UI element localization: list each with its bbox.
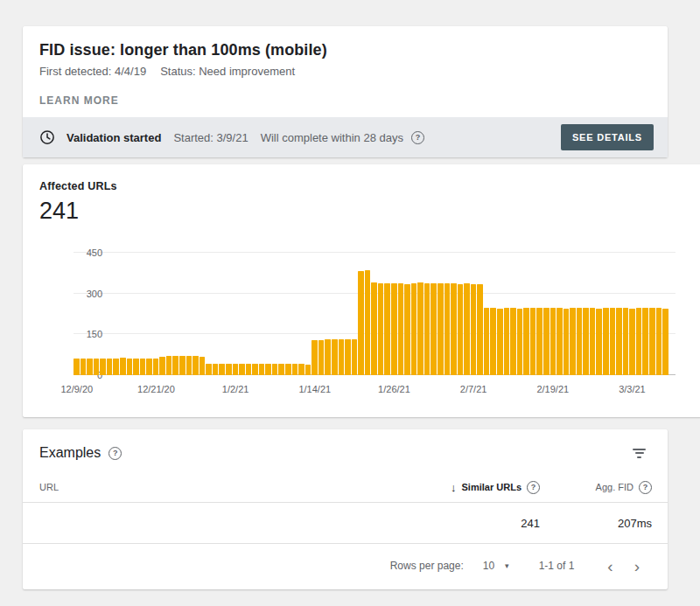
chart-bar[interactable] [378,283,384,375]
chart-bar[interactable] [226,364,232,375]
chart-bar[interactable] [471,284,477,375]
help-icon[interactable]: ? [108,447,122,460]
chart-bar[interactable] [312,340,318,375]
chart-bar[interactable] [556,308,563,375]
chart-bar[interactable] [504,308,510,375]
chart-bar[interactable] [246,364,252,375]
chart-bar[interactable] [233,364,239,375]
chart-bar[interactable] [74,359,80,375]
chart-bar[interactable] [186,356,192,375]
chart-bar[interactable] [272,364,278,375]
chevron-down-icon[interactable]: ▾ [505,561,509,570]
chart-bar[interactable] [490,308,496,375]
chart-bar[interactable] [213,364,219,375]
help-icon[interactable]: ? [639,481,652,494]
chart-bar[interactable] [656,308,662,375]
chart-bar[interactable] [179,356,186,375]
chart-bar[interactable] [298,364,304,375]
chart-bar[interactable] [530,308,536,375]
chart-bar[interactable] [384,283,390,375]
chart-bar[interactable] [285,364,291,375]
rows-per-page-value[interactable]: 10 [483,560,494,572]
filter-icon[interactable] [630,446,648,461]
column-header-similar-urls[interactable]: ↓ Similar URLs ? [407,481,540,494]
chart-bar[interactable] [391,283,397,375]
chart-bar[interactable] [339,339,345,375]
chart-bar[interactable] [477,284,483,375]
chart-bar[interactable] [464,283,470,375]
chart-bar[interactable] [510,308,516,375]
chart-bar[interactable] [278,364,284,375]
chart-bar[interactable] [444,283,451,375]
chart-bar[interactable] [543,308,550,375]
chart-bar[interactable] [365,270,371,375]
chart-bar[interactable] [596,309,602,375]
chart-bar[interactable] [192,356,199,375]
column-header-agg-fid[interactable]: Agg. FID ? [540,481,652,494]
chart-bar[interactable] [140,359,146,375]
previous-page-button[interactable]: ‹ [600,558,620,575]
chart-bar[interactable] [166,356,172,375]
chart-bar[interactable] [80,359,87,375]
chart-bar[interactable] [87,359,93,375]
chart-bar[interactable] [318,340,325,375]
learn-more-link[interactable]: LEARN MORE [39,94,119,117]
chart-bar[interactable] [577,308,583,375]
chart-bar[interactable] [517,309,523,375]
chart-bar[interactable] [159,357,165,375]
chart-bar[interactable] [252,364,258,375]
chart-bar[interactable] [292,364,298,375]
chart-bar[interactable] [438,283,444,375]
see-details-button[interactable]: SEE DETAILS [561,124,654,150]
chart-bar[interactable] [239,364,245,375]
help-icon[interactable]: ? [527,481,540,494]
chart-bar[interactable] [590,308,596,375]
chart-bar[interactable] [458,284,464,375]
chart-bar[interactable] [107,359,113,375]
chart-bar[interactable] [484,308,490,375]
chart-bar[interactable] [206,364,212,375]
chart-bar[interactable] [398,283,404,375]
chart-bar[interactable] [172,356,178,375]
chart-bar[interactable] [603,308,609,375]
chart-bar[interactable] [146,359,152,375]
chart-bar[interactable] [219,364,225,375]
chart-bar[interactable] [94,359,100,375]
chart-bar[interactable] [345,339,351,375]
chart-bar[interactable] [623,308,629,375]
chart-bar[interactable] [642,308,648,375]
chart-bar[interactable] [424,283,430,375]
chart-bar[interactable] [153,359,159,375]
chart-bar[interactable] [536,308,542,375]
chart-bar[interactable] [564,309,570,375]
chart-bar[interactable] [636,308,642,375]
chart-bar[interactable] [133,359,139,375]
chart-bar[interactable] [100,359,106,375]
chart-bar[interactable] [358,271,364,375]
chart-bar[interactable] [411,283,417,375]
chart-bar[interactable] [523,308,529,375]
chart-bar[interactable] [352,339,358,375]
chart-bar[interactable] [120,358,126,375]
chart-bar[interactable] [417,282,424,375]
chart-bar[interactable] [259,364,265,375]
chart-bar[interactable] [200,357,206,375]
chart-bar[interactable] [371,282,377,375]
help-icon[interactable]: ? [411,131,424,144]
chart-bar[interactable] [404,284,410,375]
chart-bar[interactable] [325,339,331,375]
chart-bar[interactable] [583,308,589,375]
chart-bar[interactable] [332,339,338,375]
table-row[interactable]: 241 207ms [23,503,668,544]
chart-bar[interactable] [629,309,635,375]
column-header-url[interactable]: URL [39,482,407,492]
chart-bar[interactable] [497,309,503,375]
chart-bar[interactable] [570,308,576,375]
chart-bar[interactable] [610,308,616,375]
chart-bar[interactable] [662,309,668,375]
chart-bar[interactable] [550,308,556,375]
chart-bar[interactable] [113,359,119,375]
chart-bar[interactable] [305,365,312,375]
chart-bar[interactable] [430,283,437,375]
chart-bar[interactable] [616,308,622,375]
